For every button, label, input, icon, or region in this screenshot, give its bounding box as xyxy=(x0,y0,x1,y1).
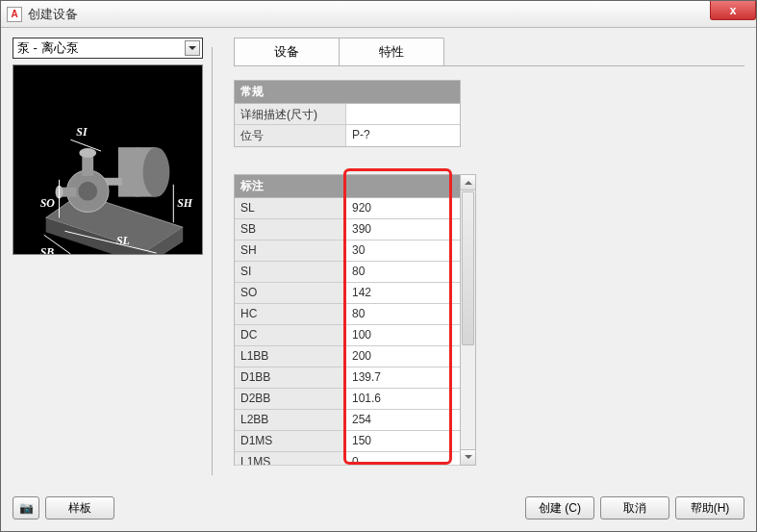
scroll-up-icon[interactable] xyxy=(461,175,475,190)
annot-value[interactable]: 254 xyxy=(346,410,460,430)
preview-label-so: SO xyxy=(40,196,56,210)
general-row-label: 详细描述(尺寸) xyxy=(235,104,346,124)
general-row-value[interactable] xyxy=(346,104,460,124)
annot-label: DC xyxy=(235,325,346,345)
template-button[interactable]: 样板 xyxy=(45,496,114,519)
annot-label: HC xyxy=(235,304,346,324)
annot-value[interactable]: 142 xyxy=(346,283,460,303)
annotation-row: SH30 xyxy=(235,241,460,262)
annotation-row: SL920 xyxy=(235,198,460,219)
annot-label: D1BB xyxy=(235,367,346,388)
annotation-grid-header: 标注 xyxy=(235,175,460,198)
pump-preview-svg: SI SH SO SL SB xyxy=(13,65,202,254)
annotation-grid: 标注 SL920 SB390 SH30 SI80 SO142 HC80 DC10… xyxy=(234,174,461,466)
annot-label: D2BB xyxy=(235,389,346,409)
help-button[interactable]: 帮助(H) xyxy=(675,496,744,519)
annot-value[interactable]: 0 xyxy=(346,452,460,465)
window-title: 创建设备 xyxy=(28,6,78,23)
equipment-type-combo[interactable]: 泵 - 离心泵 xyxy=(13,38,203,59)
chevron-down-icon[interactable] xyxy=(185,40,200,56)
tab-equipment[interactable]: 设备 xyxy=(234,38,340,65)
preview-label-si: SI xyxy=(76,125,88,139)
annot-label: SO xyxy=(235,283,346,303)
annotation-row: D2BB101.6 xyxy=(235,389,460,410)
preview-label-sh: SH xyxy=(177,196,193,210)
annot-label: SI xyxy=(235,262,346,282)
annot-label: SH xyxy=(235,241,346,261)
general-grid-header: 常规 xyxy=(235,81,460,104)
close-button[interactable]: x xyxy=(710,1,756,20)
annotation-row: D1MS150 xyxy=(235,431,460,452)
annotation-row: DC100 xyxy=(235,325,460,346)
annot-label: SB xyxy=(235,219,346,240)
cancel-button[interactable]: 取消 xyxy=(600,496,669,519)
annot-value[interactable]: 200 xyxy=(346,346,460,367)
annot-value[interactable]: 920 xyxy=(346,198,460,218)
annot-label: L1BB xyxy=(235,346,346,367)
snapshot-button[interactable]: 📷 xyxy=(13,496,39,519)
annotation-row: D1BB139.7 xyxy=(235,367,460,389)
tab-properties[interactable]: 特性 xyxy=(339,38,444,65)
bottom-button-bar: 📷 样板 创建 (C) 取消 帮助(H) xyxy=(13,496,744,519)
scroll-thumb[interactable] xyxy=(462,191,474,345)
equipment-preview: SI SH SO SL SB xyxy=(13,64,203,255)
annot-label: L1MS xyxy=(235,452,346,465)
annotation-row: L1BB200 xyxy=(235,346,460,367)
general-row-value[interactable]: P-? xyxy=(346,125,460,146)
svg-point-6 xyxy=(143,147,170,196)
annot-value[interactable]: 101.6 xyxy=(346,389,460,409)
annotation-scrollbar[interactable] xyxy=(461,174,476,466)
general-grid: 常规 详细描述(尺寸) 位号 P-? xyxy=(234,80,461,147)
preview-label-sl: SL xyxy=(116,234,130,247)
equipment-type-combo-value: 泵 - 离心泵 xyxy=(17,39,79,57)
annot-value[interactable]: 390 xyxy=(346,219,460,240)
create-button[interactable]: 创建 (C) xyxy=(525,496,594,519)
app-icon: A xyxy=(7,7,22,22)
divider xyxy=(212,47,213,475)
annotation-row: SI80 xyxy=(235,262,460,283)
annot-value[interactable]: 139.7 xyxy=(346,367,460,388)
annotation-row: L2BB254 xyxy=(235,410,460,431)
titlebar: A 创建设备 x xyxy=(1,1,756,28)
preview-label-sb: SB xyxy=(40,245,55,254)
annot-label: L2BB xyxy=(235,410,346,430)
annotation-row: L1MS0 xyxy=(235,452,460,466)
general-row-label: 位号 xyxy=(235,125,346,146)
annot-label: D1MS xyxy=(235,431,346,451)
annotation-row: HC80 xyxy=(235,304,460,325)
general-row[interactable]: 位号 P-? xyxy=(235,125,460,146)
dialog-content: 泵 - 离心泵 xyxy=(1,28,756,531)
svg-point-9 xyxy=(78,182,97,201)
scroll-down-icon[interactable] xyxy=(461,449,475,465)
annot-value[interactable]: 100 xyxy=(346,325,460,345)
annot-value[interactable]: 30 xyxy=(346,241,460,261)
annotation-row: SO142 xyxy=(235,283,460,304)
annot-label: SL xyxy=(235,198,346,218)
camera-icon: 📷 xyxy=(19,501,34,515)
annotation-row: SB390 xyxy=(235,219,460,241)
annot-value[interactable]: 150 xyxy=(346,431,460,451)
svg-point-11 xyxy=(79,148,96,158)
general-row[interactable]: 详细描述(尺寸) xyxy=(235,104,460,125)
tab-bar: 设备 特性 xyxy=(234,38,744,66)
annot-value[interactable]: 80 xyxy=(346,304,460,324)
annot-value[interactable]: 80 xyxy=(346,262,460,282)
